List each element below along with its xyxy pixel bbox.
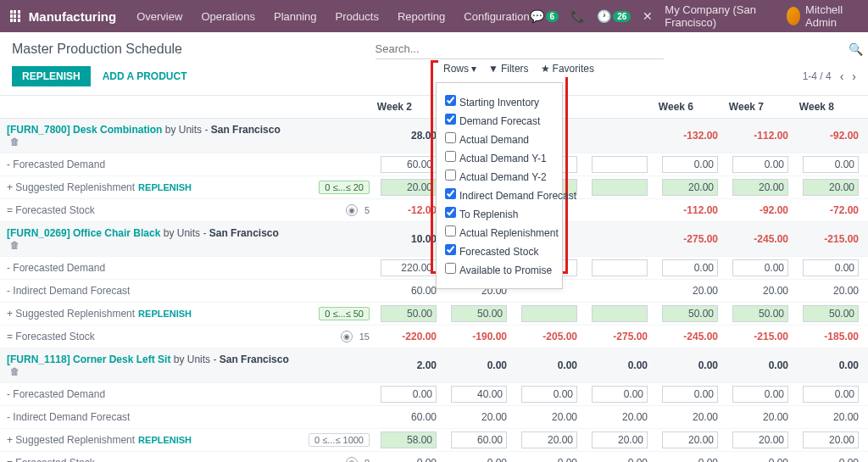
company-selector[interactable]: My Company (San Francisco)	[665, 3, 775, 29]
dropdown-row-option[interactable]: Actual Demand Y-2	[445, 170, 554, 183]
chat-icon[interactable]: 💬6	[530, 9, 559, 23]
dropdown-row-option[interactable]: Actual Demand Y-1	[445, 151, 554, 164]
cell-input[interactable]	[381, 431, 437, 448]
cell-value: 0.00	[653, 454, 723, 462]
nav-reporting[interactable]: Reporting	[398, 10, 445, 23]
cell-input[interactable]	[451, 305, 507, 322]
cell-input[interactable]	[521, 431, 577, 448]
cell-input[interactable]	[662, 431, 718, 448]
cell-input[interactable]	[381, 179, 437, 196]
cell-value: 20.00	[864, 409, 868, 426]
cell-input[interactable]	[662, 259, 718, 276]
cell-input[interactable]	[451, 386, 507, 403]
replenish-inline-link[interactable]: REPLENISH	[138, 435, 192, 445]
user-menu[interactable]: Mitchell Admin	[787, 3, 858, 29]
cell-input[interactable]	[521, 305, 577, 322]
cell-input[interactable]	[381, 156, 437, 173]
week-header	[559, 96, 630, 118]
phone-icon[interactable]: 📞	[570, 9, 585, 23]
apps-icon[interactable]	[10, 10, 20, 22]
week-header: Week 7	[700, 96, 771, 118]
cell-input[interactable]	[381, 386, 437, 403]
cell-value	[582, 288, 653, 293]
dropdown-row-option[interactable]: Indirect Demand Forecast	[445, 188, 554, 202]
nav-operations[interactable]: Operations	[201, 10, 255, 23]
cell-input[interactable]	[662, 305, 718, 322]
forecasted-stock-row: = Forecasted Stock ◉0 0.000.000.000.000.…	[0, 452, 868, 462]
forecasted-demand-row: - Forecasted Demand	[0, 383, 868, 406]
cell-value: 20.00	[442, 409, 512, 426]
cell-input[interactable]	[732, 386, 788, 403]
cell-value: 28.00	[371, 127, 442, 144]
cell-input[interactable]	[803, 386, 859, 403]
pager-prev[interactable]: ‹	[840, 70, 844, 83]
filters-dropdown[interactable]: ▼ Filters	[488, 63, 529, 75]
cell-value: -112.00	[723, 127, 793, 144]
trash-icon[interactable]: 🗑	[10, 366, 19, 376]
cell-input[interactable]	[732, 156, 788, 173]
suggested-replenish-row: + Suggested ReplenishmentREPLENISH 0 ≤..…	[0, 176, 868, 199]
cell-input[interactable]	[803, 179, 859, 196]
cell-input[interactable]	[592, 431, 648, 448]
cell-input[interactable]	[803, 431, 859, 448]
replenish-button[interactable]: REPLENISH	[12, 66, 91, 86]
cell-input[interactable]	[732, 179, 788, 196]
replenish-range[interactable]: 0 ≤...≤ 1000	[309, 433, 370, 447]
dropdown-row-option[interactable]: Available to Promise	[445, 263, 554, 276]
replenish-range[interactable]: 0 ≤...≤ 20	[319, 181, 370, 194]
activity-icon[interactable]: 🕐26	[597, 9, 631, 23]
topbar: Manufacturing Overview Operations Planni…	[0, 0, 868, 32]
cell-input[interactable]	[803, 259, 859, 276]
cell-value	[582, 133, 653, 138]
cell-input[interactable]	[803, 156, 859, 173]
cell-input[interactable]	[592, 259, 648, 276]
product-link[interactable]: [FURN_7800] Desk Combination	[7, 124, 162, 136]
nav-products[interactable]: Products	[336, 10, 379, 23]
cell-input[interactable]	[732, 431, 788, 448]
cell-input[interactable]	[732, 305, 788, 322]
replenish-range[interactable]: 0 ≤...≤ 50	[319, 307, 370, 320]
cell-value: 0.00	[442, 454, 512, 462]
cell-value: -155.00	[864, 328, 868, 345]
cell-input[interactable]	[732, 259, 788, 276]
cell-input[interactable]	[592, 156, 648, 173]
indirect-demand-row: - Indirect Demand Forecast 60.0020.0020.…	[0, 280, 868, 303]
favorites-dropdown[interactable]: ★ Favorites	[541, 63, 594, 75]
product-link[interactable]: [FURN_0269] Office Chair Black	[7, 227, 160, 239]
trash-icon[interactable]: 🗑	[10, 136, 19, 147]
cell-input[interactable]	[662, 156, 718, 173]
rows-dropdown[interactable]: Rows ▾	[443, 63, 476, 75]
dropdown-row-option[interactable]: Forecasted Stock	[445, 244, 554, 258]
cell-input[interactable]	[662, 179, 718, 196]
dropdown-row-option[interactable]: To Replenish	[445, 207, 554, 220]
cell-input[interactable]	[451, 431, 507, 448]
cell-input[interactable]	[592, 305, 648, 322]
cell-input[interactable]	[592, 386, 648, 403]
cell-value: 0.00	[371, 454, 442, 462]
cell-input[interactable]	[381, 259, 437, 276]
cell-input[interactable]	[662, 386, 718, 403]
pager-next[interactable]: ›	[852, 70, 856, 83]
replenish-inline-link[interactable]: REPLENISH	[138, 182, 192, 192]
cell-input[interactable]	[803, 305, 859, 322]
nav-planning[interactable]: Planning	[274, 10, 317, 23]
search-icon[interactable]: 🔍	[849, 42, 863, 56]
dropdown-row-option[interactable]: Actual Replenishment	[445, 225, 554, 239]
search-input[interactable]	[376, 39, 664, 59]
close-icon[interactable]: ✕	[643, 9, 653, 23]
nav-configuration[interactable]: Configuration	[464, 10, 529, 23]
cell-value: 0.00	[793, 357, 864, 374]
dropdown-row-option[interactable]: Demand Forecast	[445, 114, 554, 127]
add-product-button[interactable]: ADD A PRODUCT	[103, 70, 187, 82]
cell-input[interactable]	[381, 305, 437, 322]
dropdown-row-option[interactable]: Starting Inventory	[445, 95, 554, 109]
nav-overview[interactable]: Overview	[136, 10, 182, 23]
dropdown-row-option[interactable]: Actual Demand	[445, 132, 554, 146]
product-link[interactable]: [FURN_1118] Corner Desk Left Sit	[7, 353, 170, 365]
replenish-inline-link[interactable]: REPLENISH	[138, 309, 192, 319]
cell-input[interactable]	[521, 386, 577, 403]
cell-value: 20.00	[793, 282, 864, 299]
trash-icon[interactable]: 🗑	[10, 240, 19, 250]
cell-input[interactable]	[592, 179, 648, 196]
brand[interactable]: Manufacturing	[29, 9, 116, 24]
